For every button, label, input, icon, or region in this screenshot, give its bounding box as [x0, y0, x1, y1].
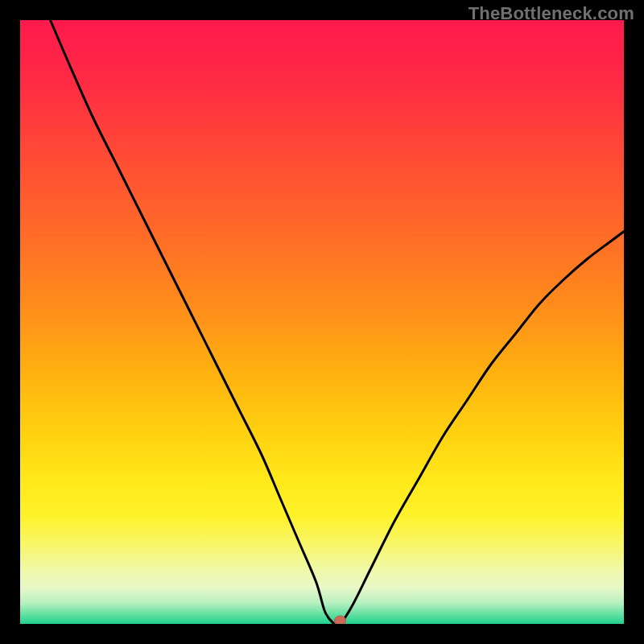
bottleneck-chart: [20, 20, 624, 624]
watermark-text: TheBottleneck.com: [469, 3, 634, 24]
optimal-point-marker: [335, 616, 346, 624]
chart-frame: TheBottleneck.com: [0, 0, 644, 644]
plot-area: [20, 20, 624, 624]
gradient-background: [20, 20, 624, 624]
